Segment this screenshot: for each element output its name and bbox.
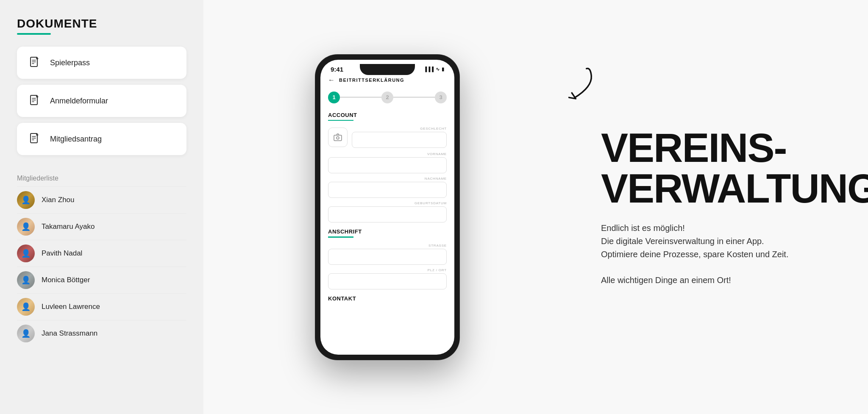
back-arrow-icon[interactable]: ← <box>328 76 335 84</box>
doc-mitgliedsantrag[interactable]: Mitgliedsantrag <box>17 123 186 155</box>
svg-rect-3 <box>334 135 342 141</box>
document-icon-spielerpass <box>27 55 42 70</box>
documents-section: DOKUMENTE Spielerpass <box>17 17 186 161</box>
vorname-input[interactable] <box>328 157 447 173</box>
account-underline <box>328 120 353 121</box>
member-name-xian-zhou: Xian Zhou <box>42 196 75 204</box>
member-name-luvleen-lawrence: Luvleen Lawrence <box>42 303 100 311</box>
avatar-takamaru-ayako: 👤 <box>17 218 35 236</box>
member-name-pavith-nadal: Pavith Nadal <box>42 249 82 258</box>
signal-icon: ▐▐▐ <box>424 67 434 72</box>
avatar-pavith-nadal: 👤 <box>17 245 35 262</box>
documents-underline <box>17 33 51 35</box>
member-luvleen-lawrence[interactable]: 👤 Luvleen Lawrence <box>17 293 186 320</box>
vorname-label: VORNAME <box>328 152 447 156</box>
phone-mockup: 9:41 ▐▐▐ ∿ ▮ ← BEITRITTSERKLÄRUNG <box>315 55 459 360</box>
doc-anmeldeformular-label: Anmeldeformular <box>50 97 108 106</box>
nachname-label: NACHNAME <box>328 177 447 181</box>
phone-content: ← BEITRITTSERKLÄRUNG 1 2 <box>320 75 454 348</box>
strasse-label: STRASSE <box>328 244 447 247</box>
avatar-luvleen-lawrence: 👤 <box>17 298 35 316</box>
heading-line2: VERWALTUNG <box>601 168 838 209</box>
step-2[interactable]: 2 <box>381 92 393 103</box>
plz-label: PLZ / ORT <box>328 268 447 272</box>
status-icons: ▐▐▐ ∿ ▮ <box>424 67 444 72</box>
phone-screen: 9:41 ▐▐▐ ∿ ▮ ← BEITRITTSERKLÄRUNG <box>320 60 454 355</box>
main-heading: VEREINS- VERWALTUNG <box>601 128 838 209</box>
member-takamaru-ayako[interactable]: 👤 Takamaru Ayako <box>17 213 186 240</box>
description-1: Endlich ist es möglich! Die digitale Ver… <box>601 222 813 261</box>
member-name-takamaru-ayako: Takamaru Ayako <box>42 222 95 231</box>
member-name-jana-strassmann: Jana Strassmann <box>42 329 97 338</box>
svg-point-4 <box>337 137 339 139</box>
step-1[interactable]: 1 <box>328 92 340 103</box>
phone-outer: 9:41 ▐▐▐ ∿ ▮ ← BEITRITTSERKLÄRUNG <box>315 55 459 360</box>
geburtsdatum-label: GEBURTSDATUM <box>328 201 447 205</box>
phone-page-title: BEITRITTSERKLÄRUNG <box>339 78 404 83</box>
members-section-title: Mitgliederliste <box>17 175 186 182</box>
doc-spielerpass-label: Spielerpass <box>50 58 90 67</box>
heading-line1: VEREINS- <box>601 128 838 168</box>
vorname-field: VORNAME <box>328 152 447 173</box>
avatar-monica-bottger: 👤 <box>17 271 35 289</box>
phone-header: ← BEITRITTSERKLÄRUNG <box>328 75 447 84</box>
wifi-icon: ∿ <box>436 67 440 72</box>
step-indicator: 1 2 3 <box>328 92 447 103</box>
step-3[interactable]: 3 <box>435 92 447 103</box>
document-icon-anmeldeformular <box>27 93 42 108</box>
geschlecht-label: GESCHLECHT <box>352 127 447 131</box>
member-name-monica-bottger: Monica Böttger <box>42 276 90 284</box>
phone-notch <box>360 64 415 75</box>
kontakt-section-title: KONTAKT <box>328 295 447 302</box>
anschrift-section: ANSCHRIFT STRASSE PLZ / ORT <box>328 228 447 289</box>
status-time: 9:41 <box>331 66 343 73</box>
plz-field: PLZ / ORT <box>328 268 447 289</box>
anschrift-underline <box>328 236 353 238</box>
geburtsdatum-input[interactable] <box>328 206 447 222</box>
strasse-field: STRASSE <box>328 244 447 265</box>
left-panel: DOKUMENTE Spielerpass <box>0 0 203 414</box>
doc-mitgliedsantrag-label: Mitgliedsantrag <box>50 135 102 144</box>
avatar-xian-zhou: 👤 <box>17 191 35 209</box>
nachname-input[interactable] <box>328 182 447 198</box>
member-pavith-nadal[interactable]: 👤 Pavith Nadal <box>17 240 186 267</box>
nachname-field: NACHNAME <box>328 177 447 198</box>
geburtsdatum-field: GEBURTSDATUM <box>328 201 447 222</box>
strasse-input[interactable] <box>328 249 447 265</box>
member-xian-zhou[interactable]: 👤 Xian Zhou <box>17 186 186 213</box>
photo-upload-button[interactable] <box>328 128 348 147</box>
documents-title: DOKUMENTE <box>17 17 186 31</box>
avatar-jana-strassmann: 👤 <box>17 325 35 342</box>
step-line-2-3 <box>393 97 435 98</box>
step-line-1-2 <box>340 97 381 98</box>
doc-spielerpass[interactable]: Spielerpass <box>17 47 186 79</box>
anschrift-section-title: ANSCHRIFT <box>328 228 447 235</box>
battery-icon: ▮ <box>442 67 444 72</box>
description-extra: Alle wichtigen Dinge an einem Ort! <box>601 274 838 287</box>
doc-anmeldeformular[interactable]: Anmeldeformular <box>17 85 186 117</box>
geschlecht-input[interactable] <box>352 132 447 148</box>
photo-gender-row: GESCHLECHT <box>328 127 447 148</box>
geschlecht-field-wrap: GESCHLECHT <box>352 127 447 148</box>
members-section: Mitgliederliste 👤 Xian Zhou 👤 Takamaru A… <box>17 175 186 347</box>
center-panel: 9:41 ▐▐▐ ∿ ▮ ← BEITRITTSERKLÄRUNG <box>203 0 571 414</box>
document-icon-mitgliedsantrag <box>27 131 42 147</box>
plz-input[interactable] <box>328 273 447 289</box>
member-jana-strassmann[interactable]: 👤 Jana Strassmann <box>17 320 186 347</box>
right-panel: VEREINS- VERWALTUNG Endlich ist es mögli… <box>571 0 868 414</box>
member-monica-bottger[interactable]: 👤 Monica Böttger <box>17 267 186 293</box>
account-section-title: ACCOUNT <box>328 112 447 118</box>
